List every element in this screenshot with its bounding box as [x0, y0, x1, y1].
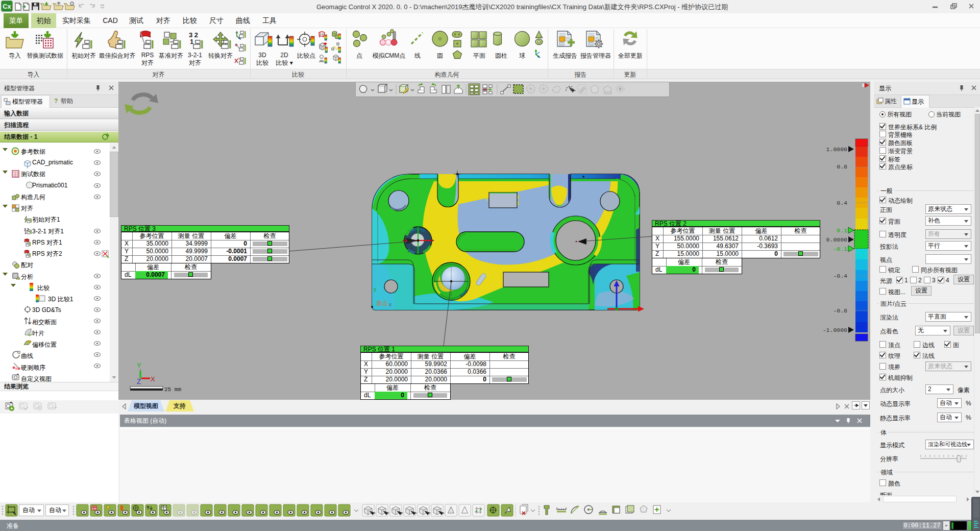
svg-text:25 mm: 25 mm [164, 387, 181, 393]
svg-text:-0.4: -0.4 [833, 273, 847, 279]
svg-text:0.1: 0.1 [837, 227, 847, 234]
svg-text:0.4: 0.4 [837, 200, 847, 206]
svg-text:Cx: Cx [3, 3, 11, 10]
svg-text:x: x [389, 302, 391, 307]
svg-text:Z: Z [137, 377, 141, 385]
svg-text:y: y [374, 286, 376, 292]
svg-text:0.8: 0.8 [837, 163, 847, 170]
svg-text:原点: 原点 [376, 300, 387, 306]
svg-text:Y: Y [137, 361, 141, 369]
svg-text:X: X [151, 375, 155, 383]
svg-text:-0.1: -0.1 [833, 246, 847, 252]
svg-text:1.0000: 1.0000 [826, 146, 848, 153]
svg-text:1: 1 [190, 38, 193, 45]
svg-text:0.0000: 0.0000 [826, 236, 848, 243]
svg-text:-1.0000: -1.0000 [823, 327, 847, 333]
svg-text:-0.8: -0.8 [833, 307, 847, 314]
